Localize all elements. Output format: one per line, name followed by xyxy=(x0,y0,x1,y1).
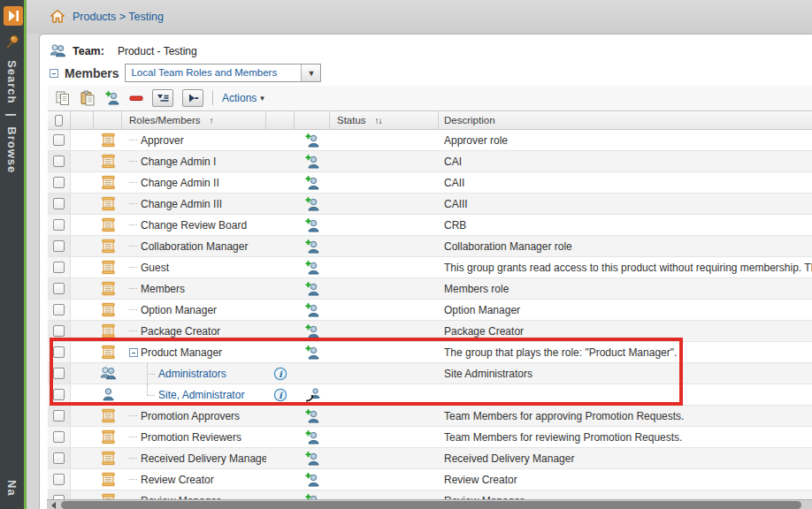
actions-menu-button[interactable]: Actions▾ xyxy=(222,92,264,104)
row-checkbox[interactable] xyxy=(53,219,65,231)
tree-stub xyxy=(129,415,137,416)
add-member-icon[interactable] xyxy=(304,175,320,191)
add-member-icon[interactable] xyxy=(304,133,320,148)
table-view-dropdown[interactable]: Local Team Roles and Members ▼ xyxy=(125,64,321,82)
row-checkbox[interactable] xyxy=(53,262,65,273)
row-checkbox[interactable] xyxy=(53,304,65,315)
breadcrumb[interactable]: Products > Testing xyxy=(73,11,164,23)
row-checkbox-cell xyxy=(48,257,71,277)
row-spacer-cell xyxy=(71,448,94,468)
row-info-cell xyxy=(266,300,295,320)
row-action-cell xyxy=(295,300,330,320)
expand-rows-button[interactable] xyxy=(182,89,203,107)
paste-icon[interactable] xyxy=(80,90,96,106)
dropdown-arrow-icon[interactable]: ▼ xyxy=(301,65,320,81)
home-icon[interactable] xyxy=(50,9,65,24)
add-member-icon[interactable] xyxy=(304,302,320,318)
navigation-tab-clipped[interactable]: Na xyxy=(5,480,19,497)
row-checkbox[interactable] xyxy=(53,283,65,294)
role-name: Option Manager xyxy=(141,304,217,316)
person-icon xyxy=(101,387,116,402)
row-action-cell xyxy=(295,342,330,362)
row-description-cell: Team Members for reviewing Promotion Req… xyxy=(439,427,812,447)
browse-label[interactable]: Browse xyxy=(5,126,19,173)
row-status-cell xyxy=(330,427,439,447)
add-member-icon[interactable] xyxy=(304,260,320,276)
scrollbar-thumb[interactable] xyxy=(61,501,801,509)
row-checkbox[interactable] xyxy=(53,177,65,188)
info-icon[interactable]: i xyxy=(273,388,287,402)
search-browse-tab[interactable]: Search | Browse xyxy=(5,60,19,173)
add-member-icon[interactable] xyxy=(304,345,320,361)
row-description-cell: Option Manager xyxy=(439,300,812,320)
row-checkbox[interactable] xyxy=(53,346,65,358)
row-action-cell xyxy=(295,384,330,405)
row-checkbox[interactable] xyxy=(53,368,65,379)
navigator-expand-icon[interactable] xyxy=(4,6,23,26)
tree-stub xyxy=(129,161,137,162)
header-status[interactable]: Status↑↓ xyxy=(330,111,439,129)
row-checkbox[interactable] xyxy=(53,431,65,443)
table-row: Change Admin IIICAIII xyxy=(48,194,812,215)
row-checkbox[interactable] xyxy=(53,452,65,464)
collapse-members-icon[interactable] xyxy=(50,69,58,78)
row-spacer-cell xyxy=(71,194,94,214)
member-link[interactable]: Site, Administrator xyxy=(158,389,244,401)
add-member-icon[interactable] xyxy=(304,196,320,212)
header-roles-members[interactable]: Roles/Members↑ xyxy=(122,111,266,129)
row-action-cell xyxy=(295,406,330,426)
row-name-cell: Collaboration Manager xyxy=(122,236,266,256)
row-info-cell xyxy=(266,236,295,256)
role-icon xyxy=(101,408,116,423)
role-name: Promotion Approvers xyxy=(141,410,240,422)
row-checkbox[interactable] xyxy=(53,198,65,209)
info-icon[interactable]: i xyxy=(273,367,287,381)
header-description[interactable]: Description xyxy=(439,111,812,129)
row-type-cell xyxy=(94,151,122,171)
row-description-cell: This group grants read access to this pr… xyxy=(439,257,812,277)
row-checkbox[interactable] xyxy=(53,410,65,422)
add-member-icon[interactable] xyxy=(304,451,320,467)
row-name-cell: Promotion Reviewers xyxy=(122,427,266,447)
remove-icon[interactable] xyxy=(129,91,143,105)
row-name-cell: Option Manager xyxy=(122,300,266,320)
search-label[interactable]: Search xyxy=(5,60,19,103)
header-type-icon-col xyxy=(94,111,122,129)
pin-icon[interactable] xyxy=(5,34,20,49)
row-name-cell: Review Creator xyxy=(122,469,266,490)
row-description-cell: Collaboration Manager role xyxy=(439,236,812,256)
row-checkbox[interactable] xyxy=(53,325,65,337)
row-checkbox[interactable] xyxy=(53,474,65,485)
add-member-icon[interactable] xyxy=(304,408,320,424)
add-member-icon[interactable] xyxy=(304,281,320,297)
row-spacer-cell xyxy=(71,257,94,277)
view-list-button[interactable] xyxy=(152,89,173,107)
row-spacer-cell xyxy=(71,384,94,405)
row-status-cell xyxy=(330,257,439,277)
table-row: GuestThis group grants read access to th… xyxy=(48,257,812,278)
row-info-cell xyxy=(266,448,295,468)
row-checkbox[interactable] xyxy=(53,389,65,400)
role-name: Change Review Board xyxy=(141,219,247,232)
row-info-cell xyxy=(266,278,295,299)
add-member-icon[interactable] xyxy=(304,239,320,254)
row-checkbox[interactable] xyxy=(53,134,65,146)
add-member-icon[interactable] xyxy=(304,323,320,339)
collapse-node-icon[interactable] xyxy=(129,348,138,357)
row-checkbox[interactable] xyxy=(53,156,65,167)
row-checkbox-cell xyxy=(48,384,71,405)
add-member-icon[interactable] xyxy=(304,429,320,445)
row-name-cell: Change Admin II xyxy=(122,172,266,193)
add-member-icon[interactable] xyxy=(304,472,320,488)
add-member-icon[interactable] xyxy=(304,154,320,170)
role-name: Guest xyxy=(141,262,169,274)
member-link[interactable]: Administrators xyxy=(158,368,226,380)
add-member-icon[interactable] xyxy=(304,217,320,233)
add-participant-icon[interactable] xyxy=(104,90,120,106)
select-all-checkbox[interactable] xyxy=(55,115,63,126)
scroll-left-arrow-icon[interactable] xyxy=(48,501,59,509)
horizontal-scrollbar[interactable] xyxy=(47,499,812,509)
row-checkbox[interactable] xyxy=(53,240,65,252)
copy-icon[interactable] xyxy=(55,90,71,106)
row-type-cell xyxy=(94,469,122,490)
